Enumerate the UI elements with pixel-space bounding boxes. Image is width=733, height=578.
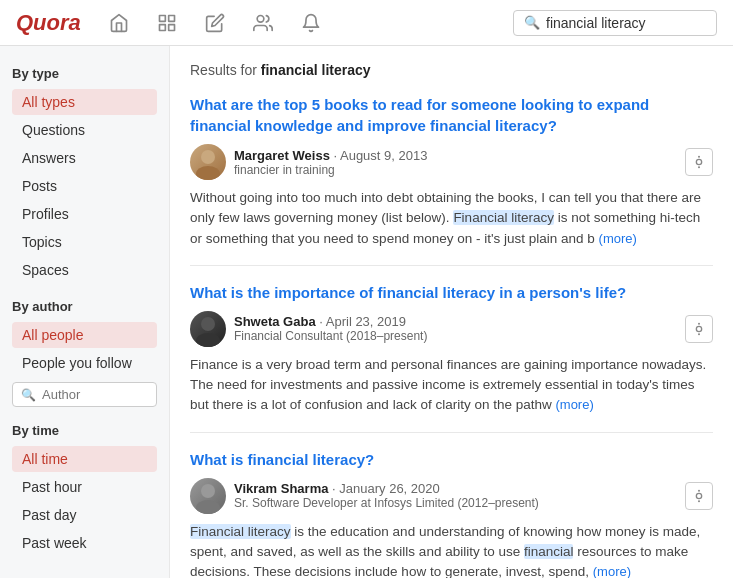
author-input[interactable] xyxy=(42,387,148,402)
author-row: Vikram Sharma · January 26, 2020 Sr. Sof… xyxy=(190,478,713,514)
svg-rect-0 xyxy=(159,15,165,21)
author-row: Shweta Gaba · April 23, 2019 Financial C… xyxy=(190,311,713,347)
by-author-heading: By author xyxy=(12,299,157,314)
by-type-heading: By type xyxy=(12,66,157,81)
avatar xyxy=(190,311,226,347)
svg-point-16 xyxy=(196,500,220,514)
author-search-box[interactable]: 🔍 xyxy=(12,382,157,407)
more-link[interactable]: (more) xyxy=(555,397,593,412)
svg-point-13 xyxy=(698,322,700,324)
author-date: · January 26, 2020 xyxy=(332,481,440,496)
svg-point-14 xyxy=(698,333,700,335)
avatar xyxy=(190,144,226,180)
author-name: Margaret Weiss · August 9, 2013 xyxy=(234,148,677,163)
result-action-icon[interactable] xyxy=(685,482,713,510)
search-box[interactable]: 🔍 xyxy=(513,10,717,36)
svg-point-17 xyxy=(696,493,701,498)
svg-point-10 xyxy=(201,317,215,331)
author-name: Shweta Gaba · April 23, 2019 xyxy=(234,314,677,329)
result-body: Finance is a very broad term and persona… xyxy=(190,355,713,416)
result-action-icon[interactable] xyxy=(685,148,713,176)
results-query: financial literacy xyxy=(261,62,371,78)
sidebar: By type All types Questions Answers Post… xyxy=(0,46,170,578)
write-icon[interactable] xyxy=(201,9,229,37)
more-link[interactable]: (more) xyxy=(599,231,637,246)
sidebar-item-spaces[interactable]: Spaces xyxy=(12,257,157,283)
svg-point-12 xyxy=(696,326,701,331)
author-name: Vikram Sharma · January 26, 2020 xyxy=(234,481,677,496)
author-info: Margaret Weiss · August 9, 2013 financie… xyxy=(234,148,677,177)
result-action-icon[interactable] xyxy=(685,315,713,343)
svg-point-6 xyxy=(196,166,220,180)
search-icon: 🔍 xyxy=(524,15,540,30)
nav-icons xyxy=(105,9,497,37)
search-input[interactable] xyxy=(546,15,706,31)
result-card: What is the importance of financial lite… xyxy=(190,282,713,433)
svg-point-4 xyxy=(257,15,264,22)
sidebar-item-all-people[interactable]: All people xyxy=(12,322,157,348)
svg-rect-1 xyxy=(168,15,174,21)
svg-point-11 xyxy=(196,333,220,347)
result-title[interactable]: What are the top 5 books to read for som… xyxy=(190,94,713,136)
feed-icon[interactable] xyxy=(153,9,181,37)
author-date: · April 23, 2019 xyxy=(319,314,406,329)
svg-point-9 xyxy=(698,166,700,168)
main-layout: By type All types Questions Answers Post… xyxy=(0,46,733,578)
sidebar-item-past-week[interactable]: Past week xyxy=(12,530,157,556)
bell-icon[interactable] xyxy=(297,9,325,37)
sidebar-item-all-types[interactable]: All types xyxy=(12,89,157,115)
author-info: Vikram Sharma · January 26, 2020 Sr. Sof… xyxy=(234,481,677,510)
author-search-icon: 🔍 xyxy=(21,388,36,402)
results-prefix: Results for xyxy=(190,62,257,78)
sidebar-item-profiles[interactable]: Profiles xyxy=(12,201,157,227)
result-body: Financial literacy is the education and … xyxy=(190,522,713,579)
sidebar-item-questions[interactable]: Questions xyxy=(12,117,157,143)
author-date: · August 9, 2013 xyxy=(333,148,427,163)
more-link[interactable]: (more) xyxy=(593,564,631,578)
author-bio: Sr. Software Developer at Infosys Limite… xyxy=(234,496,677,510)
sidebar-item-all-time[interactable]: All time xyxy=(12,446,157,472)
results-header: Results for financial literacy xyxy=(190,62,713,78)
result-card: What are the top 5 books to read for som… xyxy=(190,94,713,266)
sidebar-item-past-day[interactable]: Past day xyxy=(12,502,157,528)
author-info: Shweta Gaba · April 23, 2019 Financial C… xyxy=(234,314,677,343)
avatar xyxy=(190,478,226,514)
svg-point-7 xyxy=(696,159,701,164)
svg-point-5 xyxy=(201,150,215,164)
result-card: What is financial literacy? Vikram Sharm… xyxy=(190,449,713,579)
header: Quora xyxy=(0,0,733,46)
sidebar-item-people-follow[interactable]: People you follow xyxy=(12,350,157,376)
svg-point-8 xyxy=(698,156,700,158)
home-icon[interactable] xyxy=(105,9,133,37)
author-bio: Financial Consultant (2018–present) xyxy=(234,329,677,343)
logo[interactable]: Quora xyxy=(16,10,81,36)
author-bio: financier in training xyxy=(234,163,677,177)
author-row: Margaret Weiss · August 9, 2013 financie… xyxy=(190,144,713,180)
result-title[interactable]: What is the importance of financial lite… xyxy=(190,282,713,303)
svg-rect-3 xyxy=(168,24,174,30)
people-icon[interactable] xyxy=(249,9,277,37)
sidebar-item-past-hour[interactable]: Past hour xyxy=(12,474,157,500)
svg-point-18 xyxy=(698,489,700,491)
sidebar-item-posts[interactable]: Posts xyxy=(12,173,157,199)
by-time-heading: By time xyxy=(12,423,157,438)
svg-point-19 xyxy=(698,500,700,502)
result-title[interactable]: What is financial literacy? xyxy=(190,449,713,470)
svg-point-15 xyxy=(201,484,215,498)
svg-rect-2 xyxy=(159,24,165,30)
results-area: Results for financial literacy What are … xyxy=(170,46,733,578)
sidebar-item-answers[interactable]: Answers xyxy=(12,145,157,171)
sidebar-item-topics[interactable]: Topics xyxy=(12,229,157,255)
result-body: Without going into too much into debt ob… xyxy=(190,188,713,249)
